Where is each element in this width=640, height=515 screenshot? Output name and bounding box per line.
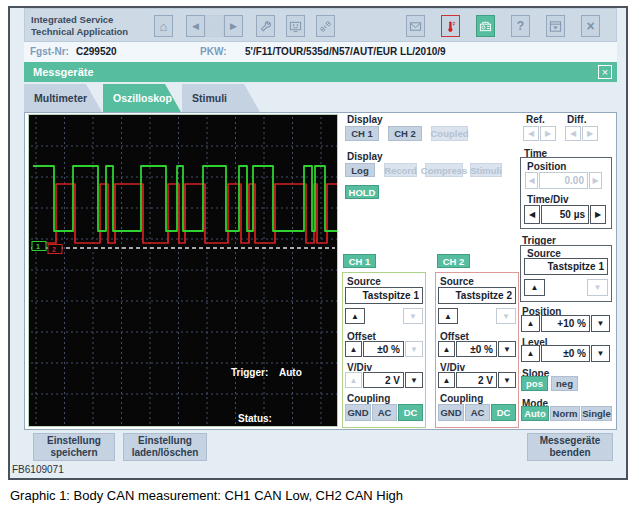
slope-neg-button[interactable]: neg (551, 376, 578, 391)
help-icon[interactable]: ? (511, 15, 530, 37)
pkw-label: PKW: (200, 46, 226, 57)
compress-button[interactable]: Compress (425, 163, 463, 177)
app-title: Integrated Service Technical Application (31, 14, 128, 38)
ref-next-button[interactable]: ▶ (540, 126, 556, 141)
home-icon[interactable]: ⌂ (154, 15, 173, 37)
timediv-left-button[interactable]: ◀ (524, 205, 540, 224)
ch2-vdiv-up-button[interactable]: ▲ (438, 372, 455, 388)
diff-next-button[interactable]: ▶ (582, 126, 598, 141)
ch2-vdiv-down-button[interactable]: ▼ (498, 372, 516, 388)
dialog-title: Messgeräte (33, 66, 94, 78)
save-settings-line1: Einstellung (47, 435, 101, 448)
ch2-coupling-gnd-button[interactable]: GND (438, 404, 464, 421)
trigger-position-value: +10 % (541, 315, 590, 332)
timediv-value: 50 µs (541, 205, 589, 224)
waveform-plot: 12 (29, 115, 339, 432)
svg-text:2: 2 (52, 246, 56, 253)
pages-icon[interactable]: ◫ (205, 15, 224, 37)
ch2-offset-up-button[interactable]: ▲ (438, 341, 455, 357)
status-label: Status: (238, 413, 272, 424)
mail-icon[interactable] (406, 15, 425, 37)
trigger-level-up-button[interactable]: ▲ (521, 345, 540, 362)
ch1-offset-up-button[interactable]: ▲ (345, 341, 362, 357)
ref-prev-button[interactable]: ◀ (523, 126, 539, 141)
ista-application: Integrated Service Technical Application… (0, 0, 640, 515)
oscilloscope-display: 12 Trigger: Auto Status: (28, 114, 338, 427)
ch1-coupling-ac-button[interactable]: AC (372, 404, 397, 421)
timediv-label: Time/Div (527, 194, 569, 205)
record-button[interactable]: Record (384, 163, 417, 177)
end-measuring-devices-line2: beenden (549, 447, 590, 460)
ch2-coupling-dc-button[interactable]: DC (491, 404, 516, 421)
forward-icon[interactable]: ▶ (224, 15, 243, 37)
ch2-offset-value: ±0 % (456, 341, 497, 357)
trigger-source-up-button[interactable]: ▲ (524, 279, 545, 296)
ch2-source-down-button[interactable]: ▼ (496, 308, 516, 324)
time-position-label: Position (527, 161, 566, 172)
end-measuring-devices-button[interactable]: Messegeräte beenden (527, 433, 613, 461)
load-settings-button[interactable]: Einstellung laden/löschen (123, 433, 207, 461)
ch1-offset-down-button[interactable]: ▼ (405, 341, 423, 357)
ch1-select-button[interactable]: CH 1 (343, 254, 376, 268)
ch1-display-button[interactable]: CH 1 (345, 126, 379, 141)
mode-auto-button[interactable]: Auto (521, 406, 549, 421)
dialog-close-button[interactable]: × (598, 65, 612, 79)
wrench-icon[interactable] (256, 15, 275, 37)
ch2-vdiv-value: 2 V (456, 372, 497, 388)
diff-prev-button[interactable]: ◀ (565, 126, 581, 141)
back-icon[interactable]: ◀ (186, 15, 205, 37)
timediv-right-button[interactable]: ▶ (590, 205, 606, 224)
svg-text:1: 1 (36, 243, 40, 250)
workshop-monitor-icon[interactable] (286, 15, 305, 37)
dialog-titlebar: Messgeräte × (24, 62, 617, 82)
ch1-vdiv-up-button[interactable]: ▲ (345, 372, 362, 388)
hold-button[interactable]: HOLD (345, 185, 379, 199)
time-position-value: 0.00 (539, 172, 588, 189)
stimuli-button[interactable]: Stimuli (470, 163, 502, 177)
ch1-offset-value: ±0 % (363, 341, 404, 357)
diff-label: Diff. (567, 114, 586, 125)
thermometer-icon[interactable] (441, 15, 460, 37)
ch1-source-value: Tastspitze 1 (345, 287, 423, 304)
time-position-right-button[interactable]: ▶ (589, 172, 602, 189)
ch1-coupling-gnd-button[interactable]: GND (345, 404, 371, 421)
ch2-coupling-label: Coupling (440, 393, 483, 404)
minimize-window-icon[interactable] (546, 15, 565, 37)
figure-caption: Graphic 1: Body CAN measurement: CH1 CAN… (10, 488, 403, 503)
trigger-position-up-button[interactable]: ▲ (521, 315, 540, 332)
display-mode-label: Display (347, 151, 383, 162)
mode-single-button[interactable]: Single (581, 406, 612, 421)
ch1-vdiv-down-button[interactable]: ▼ (405, 372, 423, 388)
close-app-icon[interactable]: × (581, 15, 600, 37)
log-button[interactable]: Log (345, 163, 375, 177)
ch1-source-down-button[interactable]: ▼ (403, 308, 423, 324)
display-channels-label: Display (347, 114, 383, 125)
trigger-source-value: Tastspitze 1 (524, 258, 608, 275)
ch2-coupling-ac-button[interactable]: AC (465, 404, 490, 421)
save-settings-line2: speichern (50, 447, 97, 460)
ch1-source-up-button[interactable]: ▲ (345, 308, 365, 324)
trigger-level-down-button[interactable]: ▼ (591, 345, 610, 362)
ch1-vdiv-value: 2 V (363, 372, 404, 388)
ch2-display-button[interactable]: CH 2 (388, 126, 422, 141)
trigger-position-down-button[interactable]: ▼ (591, 315, 610, 332)
coupled-button[interactable]: Coupled (431, 126, 468, 141)
ref-label: Ref. (526, 114, 545, 125)
trigger-source-down-button[interactable]: ▼ (587, 279, 608, 296)
app-title-line1: Integrated Service (31, 14, 128, 26)
load-settings-line2: laden/löschen (132, 447, 199, 460)
trigger-status-label: Trigger: (231, 367, 268, 378)
ch2-source-up-button[interactable]: ▲ (438, 308, 458, 324)
measuring-devices-icon[interactable] (476, 15, 495, 37)
ch2-select-button[interactable]: CH 2 (437, 254, 470, 268)
save-settings-button[interactable]: Einstellung speichern (33, 433, 115, 461)
ch1-coupling-dc-button[interactable]: DC (398, 404, 423, 421)
connector-icon[interactable] (316, 15, 335, 37)
end-measuring-devices-line1: Messegeräte (540, 435, 601, 448)
slope-pos-button[interactable]: pos (521, 376, 548, 391)
ch2-offset-down-button[interactable]: ▼ (498, 341, 516, 357)
fgst-value: C299520 (76, 46, 117, 57)
figure-id: FB6109071 (12, 464, 64, 475)
time-position-left-button[interactable]: ◀ (525, 172, 538, 189)
mode-norm-button[interactable]: Norm (550, 406, 580, 421)
